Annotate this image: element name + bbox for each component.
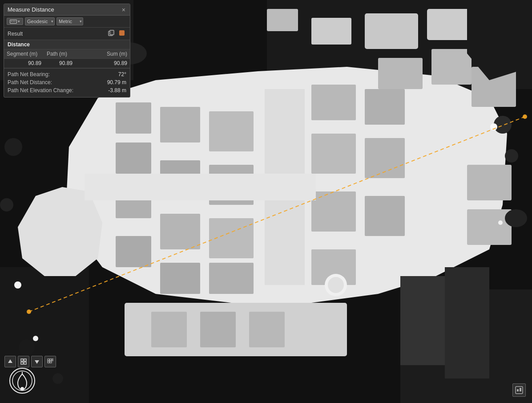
geodesic-wrapper: Geodesic Planar bbox=[25, 17, 55, 25]
cell-path: 90.89 bbox=[44, 59, 75, 68]
copy-button[interactable] bbox=[107, 29, 116, 38]
svg-rect-76 bbox=[50, 361, 52, 363]
stat-label: Path Net Bearing: bbox=[8, 71, 50, 77]
svg-rect-68 bbox=[21, 359, 23, 361]
ruler-icon-button[interactable]: ▾ bbox=[7, 18, 23, 25]
svg-point-49 bbox=[505, 149, 518, 163]
svg-point-80 bbox=[20, 387, 24, 391]
svg-rect-46 bbox=[445, 267, 489, 379]
col-sum-header: Sum (m) bbox=[75, 49, 130, 59]
svg-point-54 bbox=[19, 339, 35, 355]
svg-point-57 bbox=[490, 123, 497, 130]
svg-point-44 bbox=[328, 277, 344, 293]
svg-rect-30 bbox=[311, 85, 356, 120]
svg-rect-38 bbox=[85, 174, 316, 200]
result-actions bbox=[107, 29, 126, 38]
svg-rect-19 bbox=[116, 142, 151, 174]
svg-rect-13 bbox=[431, 49, 472, 85]
svg-rect-84 bbox=[520, 388, 521, 391]
svg-rect-16 bbox=[467, 209, 512, 245]
measure-panel: Measure Distance × ▾ Geodesic Planar Met… bbox=[4, 4, 130, 98]
svg-rect-70 bbox=[21, 362, 23, 364]
col-segment-header: Segment (m) bbox=[4, 49, 44, 59]
svg-point-62 bbox=[27, 309, 31, 314]
svg-point-58 bbox=[498, 220, 503, 225]
svg-rect-66 bbox=[119, 30, 125, 36]
zoom-out-button[interactable] bbox=[31, 356, 43, 367]
svg-point-60 bbox=[33, 336, 38, 341]
svg-marker-72 bbox=[35, 360, 39, 364]
delete-button[interactable] bbox=[117, 29, 126, 38]
svg-rect-75 bbox=[48, 361, 49, 363]
svg-rect-34 bbox=[311, 191, 356, 232]
table-row: 90.89 90.89 90.89 bbox=[4, 59, 130, 68]
svg-rect-69 bbox=[24, 359, 26, 361]
svg-rect-73 bbox=[48, 359, 49, 361]
result-label: Result bbox=[8, 31, 23, 37]
grid-button[interactable] bbox=[44, 356, 56, 367]
svg-rect-8 bbox=[427, 9, 472, 40]
svg-point-56 bbox=[505, 209, 527, 227]
stat-label: Path Net Distance: bbox=[8, 79, 52, 85]
svg-rect-71 bbox=[24, 362, 26, 364]
table-body: 90.89 90.89 90.89 bbox=[4, 59, 130, 68]
svg-rect-82 bbox=[516, 387, 523, 394]
result-row: Result bbox=[4, 28, 130, 40]
panel-toolbar: ▾ Geodesic Planar Metric Imperial bbox=[4, 16, 130, 28]
svg-rect-22 bbox=[160, 107, 200, 142]
svg-rect-74 bbox=[50, 359, 52, 361]
extent-button[interactable] bbox=[18, 356, 29, 367]
svg-rect-26 bbox=[209, 111, 254, 151]
svg-rect-31 bbox=[365, 89, 405, 125]
metric-select[interactable]: Metric Imperial bbox=[56, 17, 83, 25]
svg-rect-21 bbox=[116, 236, 151, 267]
svg-rect-11 bbox=[267, 9, 298, 31]
ruler-icon bbox=[10, 20, 17, 24]
distance-header: Distance bbox=[4, 40, 130, 49]
ruler-dropdown-arrow: ▾ bbox=[18, 19, 20, 24]
geodesic-select[interactable]: Geodesic Planar bbox=[25, 17, 55, 25]
panel-titlebar: Measure Distance × bbox=[4, 4, 130, 16]
stat-label: Path Net Elevation Change: bbox=[8, 87, 73, 94]
col-path-header: Path (m) bbox=[44, 49, 75, 59]
svg-point-59 bbox=[14, 281, 21, 289]
svg-marker-67 bbox=[8, 359, 12, 363]
cell-sum: 90.89 bbox=[75, 59, 130, 68]
svg-point-55 bbox=[52, 373, 63, 384]
svg-rect-18 bbox=[116, 102, 151, 134]
logo bbox=[9, 367, 36, 394]
stat-row: Path Net Distance: 90.79 m bbox=[8, 78, 126, 86]
stat-row: Path Net Elevation Change: -3.88 m bbox=[8, 86, 126, 94]
stat-value: 72° bbox=[118, 71, 126, 77]
bottom-left-icons bbox=[4, 356, 56, 367]
bottom-right-icon[interactable] bbox=[512, 383, 526, 397]
svg-rect-12 bbox=[378, 58, 423, 89]
svg-rect-77 bbox=[52, 359, 53, 361]
svg-rect-41 bbox=[200, 312, 236, 347]
svg-rect-32 bbox=[311, 134, 356, 174]
svg-rect-10 bbox=[311, 18, 351, 45]
zoom-up-button[interactable] bbox=[4, 356, 16, 367]
svg-rect-24 bbox=[160, 214, 200, 249]
svg-point-63 bbox=[523, 114, 527, 119]
svg-rect-25 bbox=[160, 263, 200, 294]
stat-row: Path Net Bearing: 72° bbox=[8, 70, 126, 78]
svg-rect-42 bbox=[249, 312, 285, 347]
close-button[interactable]: × bbox=[121, 7, 126, 13]
svg-point-52 bbox=[4, 138, 22, 156]
stat-value: 90.79 m bbox=[107, 79, 126, 85]
panel-title: Measure Distance bbox=[8, 6, 54, 13]
svg-rect-35 bbox=[365, 196, 405, 236]
svg-rect-83 bbox=[517, 389, 519, 391]
cell-segment: 90.89 bbox=[4, 59, 44, 68]
stats-section: Path Net Bearing: 72° Path Net Distance:… bbox=[4, 69, 130, 97]
distance-section: Distance Segment (m) Path (m) Sum (m) 90… bbox=[4, 40, 130, 69]
svg-rect-40 bbox=[151, 312, 187, 347]
svg-point-53 bbox=[0, 198, 13, 212]
svg-rect-15 bbox=[467, 165, 512, 200]
svg-rect-7 bbox=[365, 13, 418, 49]
svg-rect-65 bbox=[110, 30, 114, 35]
distance-table: Segment (m) Path (m) Sum (m) 90.89 90.89… bbox=[4, 49, 130, 68]
stat-value: -3.88 m bbox=[108, 87, 126, 94]
metric-wrapper: Metric Imperial bbox=[56, 17, 83, 25]
